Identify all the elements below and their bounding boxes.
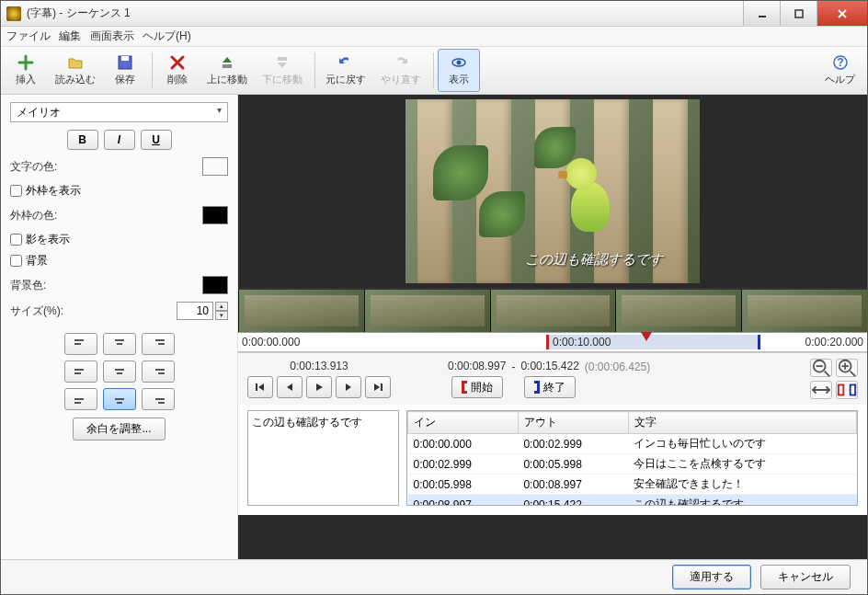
- svg-rect-24: [74, 398, 84, 400]
- timeline-ruler[interactable]: 0:00:00.000 0:00:10.000 0:00:20.000: [238, 332, 867, 352]
- svg-rect-17: [158, 343, 165, 345]
- minimize-button[interactable]: [743, 1, 780, 26]
- menubar: ファイル 編集 画面表示 ヘルプ(H): [1, 27, 867, 47]
- margin-button[interactable]: 余白を調整...: [73, 418, 165, 441]
- apply-button[interactable]: 適用する: [672, 565, 751, 589]
- underline-button[interactable]: U: [141, 130, 172, 150]
- textcolor-swatch[interactable]: [202, 157, 228, 176]
- footer: 適用する キャンセル: [1, 559, 867, 594]
- align-bc[interactable]: [103, 388, 136, 410]
- size-label: サイズ(%):: [10, 303, 177, 319]
- svg-rect-31: [381, 383, 383, 391]
- undo-button[interactable]: 元に戻す: [319, 49, 372, 92]
- svg-rect-7: [278, 57, 287, 61]
- window-title: (字幕) - シーケンス 1: [27, 6, 743, 21]
- set-out-button[interactable]: 終了: [524, 376, 576, 398]
- col-text[interactable]: 文字: [628, 412, 856, 434]
- italic-button[interactable]: I: [104, 130, 135, 150]
- align-mr[interactable]: [142, 360, 175, 383]
- playback-controls: 0:00:13.913 0:00:08.997 開始 - 0: [238, 352, 867, 405]
- app-window: (字幕) - シーケンス 1 ファイル 編集 画面表示 ヘルプ(H) 挿入 読み…: [0, 0, 868, 595]
- svg-rect-15: [117, 343, 122, 345]
- bgcolor-label: 背景色:: [10, 278, 202, 293]
- showshadow-checkbox[interactable]: 影を表示: [10, 232, 228, 247]
- play-button[interactable]: [306, 376, 332, 398]
- bgcolor-swatch[interactable]: [202, 276, 228, 294]
- out-timecode: 0:00:15.422: [520, 360, 578, 372]
- svg-rect-22: [155, 369, 165, 371]
- showborder-checkbox[interactable]: 外枠を表示: [10, 183, 228, 199]
- goto-start-button[interactable]: [247, 376, 273, 398]
- svg-rect-39: [839, 385, 844, 395]
- maximize-button[interactable]: [780, 1, 817, 26]
- align-tl[interactable]: [64, 333, 97, 355]
- align-tc[interactable]: [103, 333, 136, 355]
- svg-rect-14: [115, 339, 124, 341]
- svg-rect-18: [74, 369, 84, 371]
- showbg-checkbox[interactable]: 背景: [10, 253, 228, 269]
- save-button[interactable]: 保存: [104, 49, 146, 92]
- duration-label: (0:00:06.425): [585, 360, 650, 373]
- cancel-button[interactable]: キャンセル: [760, 565, 851, 589]
- svg-point-9: [457, 61, 462, 65]
- col-out[interactable]: アウト: [518, 412, 628, 434]
- table-row[interactable]: 0:00:00.0000:00:02.999インコも毎日忙しいのです: [408, 434, 857, 454]
- range-button[interactable]: [836, 381, 858, 399]
- col-in[interactable]: イン: [408, 412, 519, 434]
- goto-end-button[interactable]: [365, 376, 391, 398]
- svg-rect-1: [795, 10, 803, 17]
- table-row[interactable]: 0:00:08.9970:00:15.422この辺も確認するです: [408, 495, 857, 507]
- zoom-out-button[interactable]: [810, 359, 832, 377]
- svg-rect-26: [115, 398, 124, 400]
- size-up[interactable]: ▴: [215, 302, 228, 311]
- help-button[interactable]: ?ヘルプ: [818, 49, 862, 92]
- insert-button[interactable]: 挿入: [5, 49, 47, 92]
- thumbnail-strip[interactable]: [238, 288, 867, 332]
- align-ml[interactable]: [64, 360, 97, 383]
- fit-button[interactable]: [810, 381, 832, 399]
- align-mc[interactable]: [103, 360, 136, 383]
- svg-rect-16: [155, 339, 165, 341]
- playhead-icon[interactable]: [641, 332, 652, 341]
- next-frame-button[interactable]: [336, 376, 361, 398]
- close-button[interactable]: [817, 1, 867, 26]
- table-row[interactable]: 0:00:05.9980:00:08.997安全確認できました！: [408, 475, 857, 495]
- bordercolor-swatch[interactable]: [202, 206, 228, 224]
- svg-rect-13: [74, 343, 81, 345]
- menu-help[interactable]: ヘルプ(H): [143, 29, 191, 42]
- svg-rect-30: [256, 383, 257, 391]
- svg-text:?: ?: [837, 56, 843, 69]
- size-down[interactable]: ▾: [215, 311, 228, 320]
- set-in-button[interactable]: 開始: [451, 376, 503, 398]
- menu-file[interactable]: ファイル: [6, 29, 51, 42]
- align-br[interactable]: [142, 388, 175, 410]
- menu-edit[interactable]: 編集: [59, 29, 81, 42]
- bold-button[interactable]: B: [67, 130, 98, 150]
- zoom-in-button[interactable]: [836, 359, 858, 377]
- moveup-button[interactable]: 上に移動: [200, 49, 254, 92]
- size-input[interactable]: [177, 302, 213, 320]
- svg-rect-29: [158, 402, 165, 404]
- prev-frame-button[interactable]: [277, 376, 303, 398]
- subtitle-overlay: この辺も確認するです: [525, 251, 663, 269]
- table-row[interactable]: 0:00:02.9990:00:05.998今日はここを点検するです: [408, 454, 857, 475]
- svg-rect-20: [115, 369, 124, 371]
- preview-area: この辺も確認するです 0:00:00.000 0:00:10.000 0:00:…: [238, 95, 867, 559]
- svg-rect-19: [74, 372, 81, 374]
- subtitle-textarea[interactable]: [247, 410, 399, 506]
- subtitle-table[interactable]: イン アウト 文字 0:00:00.0000:00:02.999インコも毎日忙し…: [406, 410, 858, 506]
- font-select[interactable]: メイリオ: [10, 102, 228, 122]
- show-button[interactable]: 表示: [438, 49, 480, 92]
- svg-rect-25: [74, 402, 81, 404]
- svg-rect-23: [158, 372, 165, 374]
- svg-rect-6: [223, 64, 232, 68]
- align-tr[interactable]: [142, 333, 175, 355]
- bordercolor-label: 外枠の色:: [10, 208, 202, 223]
- svg-rect-12: [74, 339, 84, 341]
- align-bl[interactable]: [64, 388, 97, 410]
- load-button[interactable]: 読み込む: [49, 49, 102, 92]
- toolbar: 挿入 読み込む 保存 削除 上に移動 下に移動 元に戻す やり直す 表示 ?ヘル…: [1, 47, 867, 95]
- svg-line-36: [851, 372, 856, 377]
- delete-button[interactable]: 削除: [156, 49, 199, 92]
- menu-view[interactable]: 画面表示: [90, 29, 134, 42]
